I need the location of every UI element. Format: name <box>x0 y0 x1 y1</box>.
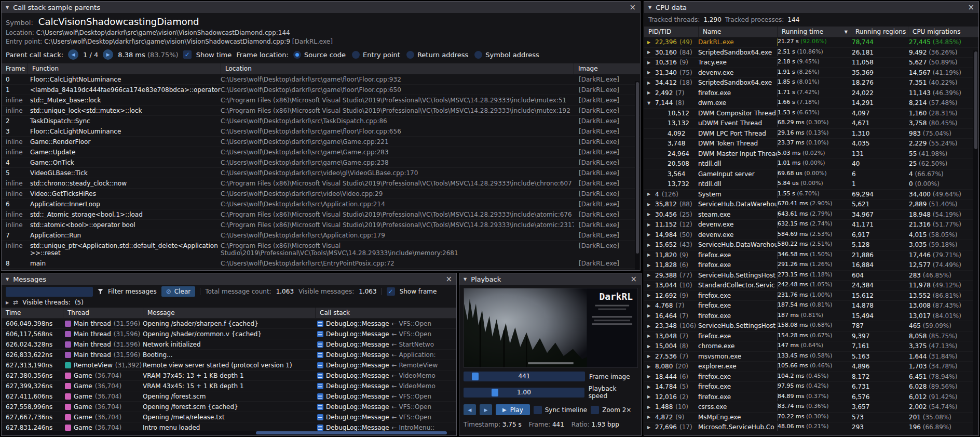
message-row[interactable]: 606,117,568ns Main thread (31,596) Openi… <box>2 328 456 339</box>
expand-arrow-icon[interactable]: ▶ <box>647 60 652 65</box>
callstack-table-row[interactable]: 4 Game::OnTick C:\Users\wolf\Desktop\dar… <box>2 157 640 167</box>
step-back-button[interactable]: ◀ <box>464 404 476 415</box>
expand-arrow-icon[interactable]: ▶ <box>647 334 652 338</box>
callstack-table-row[interactable]: inline invoke_main d:\agent\_work\63\s\s… <box>2 268 640 270</box>
column-header-image[interactable]: Image <box>574 63 640 74</box>
message-callstack[interactable]: DebugLog::Message ← Application: <box>315 351 456 359</box>
expand-arrow-icon[interactable]: ▶ <box>647 253 652 257</box>
callstack-table-row[interactable]: 6 Application::InnerLoop C:\Users\wolf\D… <box>2 198 640 209</box>
expand-arrow-icon[interactable]: ▶ <box>647 425 652 430</box>
cpu-row[interactable]: ▶ 13,044 (10) StandardCollector.Servic 2… <box>644 280 978 290</box>
cpu-row[interactable]: ▶ 34,412 (18) ScriptedSandbox64.exe 1.85… <box>644 77 978 88</box>
message-row[interactable]: 627,313,190ns RemoteView (31,392) Remote… <box>2 360 456 370</box>
message-row[interactable]: 626,833,622ns Main thread (31,596) Booti… <box>2 349 456 360</box>
cpu-row[interactable]: ▶ 1,488 (10) csrss.exe 83.74 ms (0.36%) … <box>644 402 978 412</box>
cpu-row[interactable]: ▶ 35,812 (88) ServiceHub.DataWarehou 670… <box>644 199 978 209</box>
cpu-row[interactable]: ▶ 4,768 (7) firefox.exe 187.54 ms (0.81%… <box>644 300 978 311</box>
cpu-row[interactable]: 13,132 uDWM Event Thread 68.29 ms (0.30%… <box>644 118 978 128</box>
message-row[interactable]: 627,558,996ns Game (36,704) Opening /for… <box>2 401 456 412</box>
expand-arrow-icon[interactable]: ▶ <box>647 263 652 268</box>
cpu-row[interactable]: ▶ 12,016 (2) firefox.exe 84.89 ms (0.37%… <box>644 392 978 402</box>
expand-arrow-icon[interactable]: ▶ <box>647 364 652 369</box>
playback-speed-slider[interactable]: 1.00 <box>464 388 584 398</box>
callstack-table-row[interactable]: inline std::atomic<bool>::operator bool … <box>2 219 640 230</box>
column-header-name[interactable]: Name <box>698 27 777 37</box>
cpu-row[interactable]: 10,512 DWM Compositor Thread 1.53 s (6.6… <box>644 108 978 118</box>
cpu-row[interactable]: ▶ 15,652 (43) ServiceHub.DataWarehou 580… <box>644 240 978 250</box>
messages-titlebar[interactable]: ▼ Messages × <box>2 273 456 285</box>
expand-arrow-icon[interactable]: ▶ <box>647 273 652 277</box>
column-header-callstack[interactable]: Call stack <box>315 308 456 318</box>
expand-arrow-icon[interactable]: ▶ <box>647 232 652 237</box>
visible-threads-toggle[interactable]: ▶ ⇄ Visible threads: (5) <box>2 298 456 308</box>
callstack-table-row[interactable]: inline Game::RenderFloor C:\Users\wolf\D… <box>2 136 640 147</box>
expand-arrow-icon[interactable]: ▶ <box>647 344 652 349</box>
collapse-icon[interactable]: ▼ <box>464 277 467 282</box>
collapse-icon[interactable]: ▼ <box>648 5 651 10</box>
prev-parent-button[interactable]: ◀ <box>68 49 78 60</box>
column-header-frame[interactable]: Frame <box>2 63 28 74</box>
cpu-row[interactable]: ▶ 16,464 (7) firefox.exe 187 ms (0.81%) … <box>644 311 978 321</box>
expand-arrow-icon[interactable]: ▶ <box>647 293 652 298</box>
expand-arrow-icon[interactable]: ▶ <box>647 324 652 328</box>
message-callstack[interactable]: DebugLog::Message ← VFS::Open <box>315 414 456 421</box>
column-header-pid-tid[interactable]: PID/TID <box>644 27 698 37</box>
expand-arrow-icon[interactable]: ▶ <box>647 303 652 308</box>
expand-arrow-icon[interactable]: ▶ <box>647 50 652 55</box>
callstack-table-row[interactable]: inline Game::Update C:\Users\wolf\Deskto… <box>2 147 640 157</box>
cpu-row[interactable]: ▶ 13,048 (7) firefox.exe 154.28 ms (0.67… <box>644 331 978 341</box>
callstack-table-row[interactable]: 0 Floor::CalcLightNoLuminance C:\Users\w… <box>2 74 640 84</box>
message-callstack[interactable]: DebugLog::Message ← VFS::Open <box>315 403 456 410</box>
show-time-label[interactable]: Show time <box>196 51 232 59</box>
cpu-row[interactable]: 24,964 DWM Master Input Thread 5.03 ms (… <box>644 149 978 159</box>
cpu-row[interactable]: ▶ 23,348 (106) ServiceHub.SettingsHost 1… <box>644 321 978 331</box>
next-parent-button[interactable]: ▶ <box>103 49 113 60</box>
cpu-row[interactable]: ▶ 22,396 (49) DarkRL.exe 21.27 s (92.06%… <box>644 37 978 47</box>
cpu-row[interactable]: 3,748 DWM Token Thread 23.37 ms (0.10%) … <box>644 138 978 149</box>
column-header-location[interactable]: Location <box>221 63 574 74</box>
column-header-thread[interactable]: Thread <box>63 308 143 318</box>
cpu-scrollbar[interactable] <box>973 50 978 435</box>
radio-icon[interactable] <box>293 51 301 59</box>
show-frame-checkbox[interactable]: ✓ <box>387 287 395 296</box>
frame-location-radio[interactable]: Entry point <box>352 51 400 59</box>
expand-arrow-icon[interactable]: ▼ <box>647 101 652 105</box>
radio-icon[interactable] <box>474 51 482 59</box>
cpu-row[interactable]: ▶ 10,316 (9) Tracy.exe 2.18 s (9.45%) 11… <box>644 57 978 68</box>
expand-arrow-icon[interactable]: ▶ <box>647 354 652 359</box>
expand-arrow-icon[interactable]: ▶ <box>647 415 652 419</box>
callstack-titlebar[interactable]: ▼ Call stack sample parents × <box>2 2 640 13</box>
frame-location-radio[interactable]: Symbol address <box>474 51 539 59</box>
cpu-row[interactable]: ▶ 30,456 (25) steam.exe 643.61 ms (2.79%… <box>644 209 978 220</box>
expand-arrow-icon[interactable]: ▶ <box>647 192 652 196</box>
cpu-row[interactable]: ▶ 4,872 (9) MsMpEng.exe 70.22 ms (0.30%)… <box>644 412 978 422</box>
cpu-row[interactable]: ▶ 27,696 (17) Microsoft.ServiceHub.Co 48… <box>644 422 978 432</box>
messages-horizontal-scrollbar[interactable] <box>2 431 456 435</box>
expand-arrow-icon[interactable]: ▶ <box>647 202 652 207</box>
close-icon[interactable]: × <box>630 275 637 283</box>
column-header-function[interactable]: Function <box>28 63 221 74</box>
callstack-table-row[interactable]: inline Video::GetTicksHiRes C:\Users\wol… <box>2 188 640 198</box>
message-row[interactable]: 627,380,356ns Game (36,704) VRAM 37x45: … <box>2 370 456 380</box>
scrollbar-thumb[interactable] <box>256 431 446 434</box>
callstack-table-row[interactable]: inline std::chrono::steady_clock::now C:… <box>2 178 640 188</box>
frame-image-slider[interactable]: 441 <box>464 372 585 381</box>
message-callstack[interactable]: DebugLog::Message ← VFS::Open <box>315 330 456 338</box>
callstack-table-row[interactable]: inline std::_Mutex_base::lock C:\Program… <box>2 95 640 105</box>
expand-arrow-icon[interactable]: ▶ <box>647 222 652 227</box>
expand-arrow-icon[interactable]: ▶ <box>647 374 652 379</box>
message-callstack[interactable]: DebugLog::Message ← RemoteView <box>315 362 456 369</box>
expand-arrow-icon[interactable]: ▶ <box>647 81 652 85</box>
cpu-row[interactable]: ▶ 31,340 (75) devenv.exe 1.91 s (8.26%) … <box>644 68 978 78</box>
message-callstack[interactable]: DebugLog::Message ← VideoMemo <box>315 382 456 390</box>
message-row[interactable]: 627,411,606ns Game (36,704) Opening /for… <box>2 391 456 401</box>
clear-button[interactable]: ⊘ Clear <box>161 286 195 297</box>
cpu-row[interactable]: ▶ 14,984 (50) devenv.exe 584.69 ms (2.53… <box>644 230 978 240</box>
expand-arrow-icon[interactable]: ▶ <box>647 243 652 247</box>
cpu-row[interactable]: ▶ 2,492 (7) firefox.exe 1.71 s (7.42%) 2… <box>644 88 978 98</box>
cpu-row[interactable]: ▶ 4 (126) System 1.55 s (6.70%) 69,294 <box>644 189 978 200</box>
message-row[interactable]: 627,667,736ns Game (36,704) Opening /met… <box>2 412 456 422</box>
collapse-icon[interactable]: ▼ <box>6 277 9 282</box>
column-header-running-regions[interactable]: Running regions <box>851 27 908 37</box>
expand-arrow-icon[interactable]: ▶ <box>6 300 9 305</box>
